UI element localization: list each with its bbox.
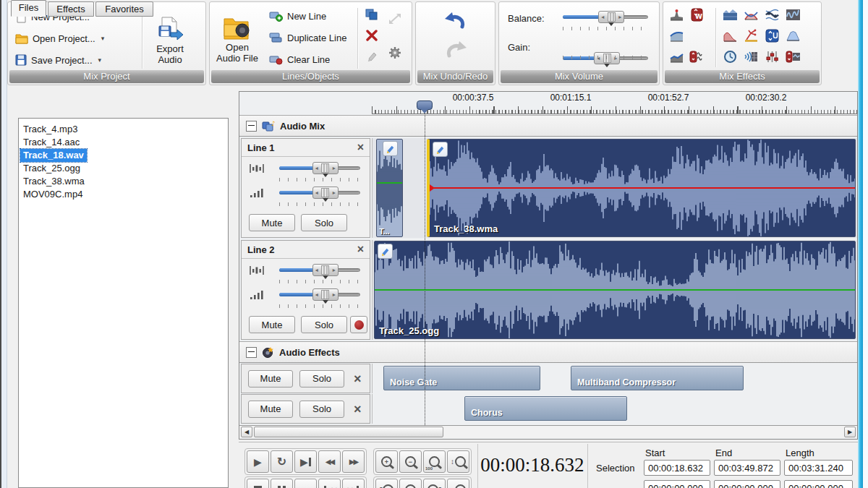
selection-length-field[interactable] xyxy=(784,460,853,476)
line1-balance-slider[interactable]: ◂▸ xyxy=(279,162,360,174)
pitch-shift-effect-icon[interactable] xyxy=(763,27,781,44)
expander-effect-icon[interactable] xyxy=(668,7,686,23)
fast-forward-button[interactable]: ▶▶ xyxy=(342,450,365,473)
line2-balance-slider[interactable]: ◂▸ xyxy=(279,264,360,276)
edit-envelope-badge[interactable] xyxy=(383,141,398,156)
mini-clip[interactable]: T... xyxy=(376,139,403,237)
compressor-effect-icon[interactable] xyxy=(668,27,686,44)
tab-effects[interactable]: Effects xyxy=(48,1,94,17)
open-audio-file-button[interactable]: Open Audio File xyxy=(213,8,262,72)
fx-row1-solo-button[interactable]: Solo xyxy=(299,370,344,388)
file-list[interactable]: Track_4.mp3 Track_14.aac Track_18.wav Tr… xyxy=(18,118,229,488)
fx-row1-close-button[interactable]: × xyxy=(354,374,362,384)
duplicate-line-button[interactable]: Duplicate Line xyxy=(269,30,346,46)
collapse-audio-effects-button[interactable] xyxy=(246,347,257,358)
transform-object-button[interactable] xyxy=(388,12,402,27)
playhead-marker[interactable] xyxy=(417,100,433,110)
stop-button[interactable] xyxy=(247,479,269,488)
clip-track25[interactable]: Track_25.ogg xyxy=(374,241,856,339)
dropdown-arrow-icon[interactable]: ▾ xyxy=(101,35,105,42)
collapse-audio-mix-button[interactable] xyxy=(246,121,257,132)
view-end-field[interactable] xyxy=(714,480,780,488)
line1-mute-button[interactable]: Mute xyxy=(249,214,295,231)
zoom-in-button[interactable]: + xyxy=(375,450,398,473)
file-list-item[interactable]: Track_38.wma xyxy=(20,175,226,188)
clear-line-button[interactable]: Clear Line xyxy=(269,51,330,67)
edit-envelope-badge[interactable] xyxy=(433,142,448,157)
slider-thumb[interactable]: ◂▸ xyxy=(312,187,339,199)
normalize-effect-icon[interactable] xyxy=(668,48,686,65)
edit-envelope-badge[interactable] xyxy=(378,244,393,259)
fx-row1-track[interactable]: Noise Gate Multiband Compressor xyxy=(372,364,857,393)
file-list-item-selected[interactable]: Track_18.wav xyxy=(20,149,87,162)
mix-balance-slider[interactable]: ◂▸ xyxy=(563,11,648,23)
envelope-effect-icon[interactable] xyxy=(721,7,739,23)
go-to-start-button[interactable]: ◀◀ xyxy=(318,479,341,488)
fx-row2-close-button[interactable]: × xyxy=(354,404,362,414)
fx-block-noise-gate[interactable]: Noise Gate xyxy=(383,366,540,390)
play-button[interactable]: ▶ xyxy=(247,450,269,473)
tempo-effect-icon[interactable] xyxy=(721,48,739,65)
slider-thumb[interactable]: ◂▸ xyxy=(312,162,339,174)
fx-row1-mute-button[interactable]: Mute xyxy=(248,370,293,388)
play-to-end-button[interactable]: ▶ xyxy=(294,450,317,473)
reverb-effect-icon[interactable] xyxy=(742,27,760,44)
pause-button[interactable] xyxy=(271,479,293,488)
slider-thumb[interactable]: ◂▸ xyxy=(312,264,339,276)
edit-object-button[interactable] xyxy=(365,50,379,65)
view-start-field[interactable] xyxy=(644,480,710,488)
line1-clip-area[interactable]: T... Track_38.wma xyxy=(372,138,857,238)
fx-row2-track[interactable]: Chorus xyxy=(372,394,857,424)
crossfade-effect-icon[interactable] xyxy=(742,7,760,23)
selection-start-field[interactable] xyxy=(644,460,710,476)
open-project-button[interactable]: Open Project... ▾ xyxy=(15,30,104,47)
view-length-field[interactable] xyxy=(784,480,853,488)
scroll-right-button[interactable]: ▶ xyxy=(844,427,856,437)
scroll-thumb[interactable] xyxy=(254,427,443,437)
save-project-button[interactable]: Save Project... ▾ xyxy=(15,51,101,69)
line1-volume-slider[interactable]: ◂▸ xyxy=(279,187,360,199)
equalizer-effect-icon[interactable] xyxy=(763,48,781,65)
redo-button[interactable] xyxy=(445,40,468,62)
file-list-item[interactable]: MOV09C.mp4 xyxy=(20,188,226,201)
file-list-item[interactable]: Track_14.aac xyxy=(20,136,226,149)
fx-block-multiband-compressor[interactable]: Multiband Compressor xyxy=(571,366,744,390)
flanger-effect-icon[interactable] xyxy=(763,7,781,23)
new-line-button[interactable]: New Line xyxy=(269,8,326,24)
zoom-selection-end-button[interactable]: ] xyxy=(423,479,446,488)
noise-removal-effect-icon[interactable] xyxy=(742,48,760,65)
delete-object-button[interactable] xyxy=(365,29,379,44)
object-properties-button[interactable] xyxy=(388,46,402,62)
line2-close-button[interactable]: × xyxy=(357,244,364,254)
go-to-end-button[interactable]: ▶▶ xyxy=(342,479,365,488)
fx-block-chorus[interactable]: Chorus xyxy=(464,396,627,421)
timeline-hscrollbar[interactable]: ◀ ▶ xyxy=(239,425,857,438)
tab-files[interactable]: Files xyxy=(11,0,46,17)
zoom-selection-button[interactable]: + xyxy=(399,479,422,488)
undo-button[interactable] xyxy=(443,11,467,33)
line2-mute-button[interactable]: Mute xyxy=(249,316,295,333)
clip-track38[interactable]: Track_38.wma xyxy=(427,139,856,237)
file-list-item[interactable]: Track_25.ogg xyxy=(20,162,226,175)
fx-row2-mute-button[interactable]: Mute xyxy=(248,401,293,418)
line2-record-button[interactable] xyxy=(350,316,367,333)
chorus-effect-icon[interactable] xyxy=(784,7,802,23)
slider-thumb[interactable]: ◂▸ xyxy=(312,288,339,301)
record-button[interactable]: ● xyxy=(294,479,317,488)
zoom-100-button[interactable]: 100 xyxy=(423,450,446,473)
dynamics-effect-icon[interactable] xyxy=(784,48,802,65)
fade-effect-icon[interactable] xyxy=(721,27,739,44)
zoom-vertical-button[interactable]: ↕ xyxy=(447,450,469,473)
amplify-effect-icon[interactable]: W xyxy=(688,7,706,23)
slider-thumb[interactable]: ◂▸ xyxy=(598,11,624,23)
line2-clip-area[interactable]: Track_25.ogg xyxy=(372,240,857,340)
fx-row2-solo-button[interactable]: Solo xyxy=(299,401,344,418)
tab-favorites[interactable]: Favorites xyxy=(95,1,153,17)
copy-object-button[interactable] xyxy=(365,8,379,23)
green-envelope-line[interactable] xyxy=(377,182,402,184)
scroll-left-button[interactable]: ◀ xyxy=(241,427,252,437)
file-list-item[interactable]: Track_4.mp3 xyxy=(20,123,226,136)
zoom-selection-start-button[interactable]: [ xyxy=(375,479,398,488)
zoom-vertical-out-button[interactable]: ↕ xyxy=(447,479,469,488)
line2-volume-slider[interactable]: ◂▸ xyxy=(279,288,360,301)
